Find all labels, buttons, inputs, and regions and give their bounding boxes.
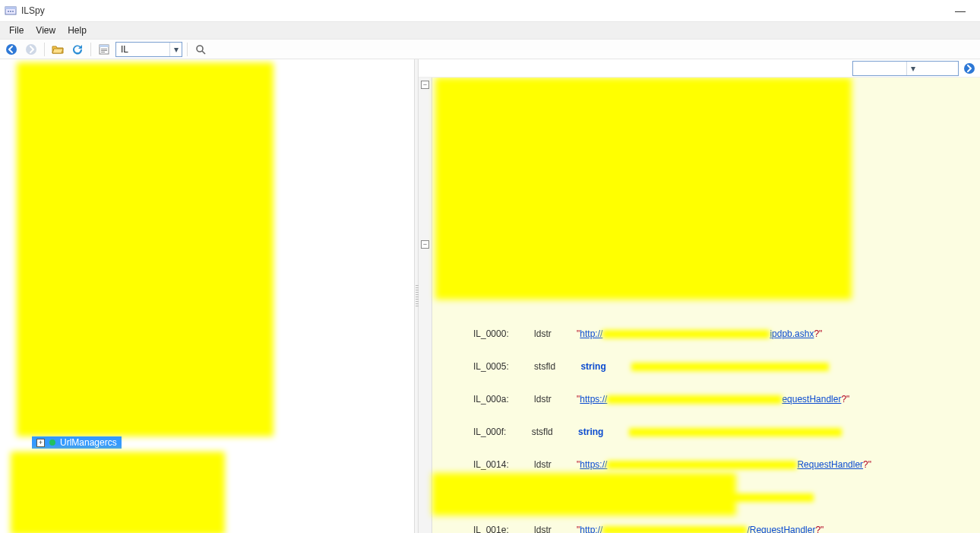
workspace: + UrlManagercs ▾ − − bbox=[0, 59, 980, 533]
svg-point-6 bbox=[26, 44, 36, 55]
il-op: ldstr bbox=[534, 459, 552, 471]
search-button[interactable] bbox=[192, 41, 209, 58]
redacted-region bbox=[11, 452, 225, 533]
redacted-region bbox=[432, 473, 736, 516]
dot-icon bbox=[49, 439, 55, 446]
svg-point-2 bbox=[8, 11, 9, 12]
il-addr: IL_0000: bbox=[473, 328, 509, 340]
svg-line-13 bbox=[202, 51, 205, 54]
menu-view[interactable]: View bbox=[30, 25, 62, 36]
il-quote: ?" bbox=[814, 328, 822, 340]
code-pane: ▾ − − IL_0000: ldstr "http://ipdpb.ashx?… bbox=[419, 59, 980, 533]
il-url[interactable]: https:// bbox=[580, 394, 607, 405]
tree-selected-row[interactable]: + UrlManagercs bbox=[32, 436, 122, 449]
svg-point-3 bbox=[10, 11, 11, 12]
svg-rect-8 bbox=[100, 45, 109, 47]
app-icon bbox=[5, 5, 17, 17]
window-title: ILSpy bbox=[21, 5, 45, 16]
toolbar-separator bbox=[90, 43, 91, 56]
il-op: ldstr bbox=[534, 328, 552, 340]
menu-bar: File View Help bbox=[0, 21, 980, 40]
il-addr: IL_0014: bbox=[473, 459, 509, 471]
il-url[interactable]: equestHandler bbox=[782, 394, 841, 405]
redacted-inline bbox=[607, 461, 797, 469]
properties-button[interactable] bbox=[96, 41, 112, 58]
toolbar-separator bbox=[44, 43, 45, 56]
il-url[interactable]: RequestHandler bbox=[797, 459, 863, 471]
language-combo-text: IL bbox=[116, 44, 169, 55]
language-combo[interactable]: IL ▾ bbox=[115, 42, 182, 57]
svg-rect-10 bbox=[101, 50, 107, 51]
il-url[interactable]: /RequestHandler bbox=[747, 525, 815, 533]
redacted-inline bbox=[631, 363, 829, 371]
il-addr: IL_000a: bbox=[473, 394, 509, 405]
title-bar: ILSpy — bbox=[0, 0, 980, 21]
il-line: IL_000a: ldstr "https://equestHandler?" bbox=[449, 394, 890, 405]
code-gutter: − − bbox=[419, 78, 432, 533]
refresh-button[interactable] bbox=[69, 41, 86, 58]
il-quote: ?" bbox=[863, 459, 871, 471]
il-addr: IL_0005: bbox=[473, 361, 509, 373]
nav-back-button[interactable] bbox=[3, 41, 20, 58]
tree-pane[interactable]: + UrlManagercs bbox=[0, 59, 414, 533]
redacted-region bbox=[17, 62, 273, 436]
menu-file[interactable]: File bbox=[3, 25, 30, 36]
il-op: ldstr bbox=[534, 525, 552, 533]
fold-icon[interactable]: − bbox=[421, 81, 429, 89]
redacted-inline bbox=[602, 526, 747, 533]
svg-point-5 bbox=[6, 44, 17, 55]
chevron-down-icon: ▾ bbox=[169, 43, 182, 56]
il-addr: IL_001e: bbox=[473, 525, 509, 533]
redacted-inline bbox=[629, 428, 842, 436]
svg-rect-1 bbox=[5, 7, 16, 9]
il-op: ldstr bbox=[534, 394, 552, 405]
fold-icon[interactable]: − bbox=[421, 240, 429, 249]
open-button[interactable] bbox=[49, 41, 66, 58]
svg-rect-11 bbox=[101, 52, 105, 52]
type-combo[interactable]: ▾ bbox=[852, 61, 959, 76]
code-area[interactable]: − − IL_0000: ldstr "http://ipdpb.ashx?" … bbox=[419, 78, 980, 533]
il-keyword: string bbox=[580, 361, 605, 373]
chevron-down-icon: ▾ bbox=[906, 62, 918, 75]
il-keyword: string bbox=[578, 427, 603, 438]
menu-help[interactable]: Help bbox=[62, 25, 93, 36]
svg-point-4 bbox=[12, 11, 14, 12]
il-url[interactable]: http:// bbox=[580, 328, 602, 340]
redacted-inline bbox=[607, 395, 782, 404]
il-line: IL_0014: ldstr "https://RequestHandler?" bbox=[449, 459, 890, 471]
il-quote: ?" bbox=[815, 525, 824, 533]
svg-rect-9 bbox=[101, 49, 107, 49]
redacted-region bbox=[435, 78, 852, 300]
go-button[interactable] bbox=[962, 61, 977, 76]
redacted-inline bbox=[602, 330, 770, 338]
svg-point-14 bbox=[964, 63, 975, 74]
il-url[interactable]: ipdpb.ashx bbox=[770, 328, 814, 340]
il-addr: IL_000f: bbox=[473, 427, 506, 438]
il-op: stsfld bbox=[532, 427, 553, 438]
il-op: stsfld bbox=[534, 361, 555, 373]
il-line: IL_000f: stsfld string bbox=[449, 427, 890, 438]
right-toolbar: ▾ bbox=[419, 59, 980, 78]
minimize-button[interactable]: — bbox=[945, 5, 975, 17]
il-url[interactable]: https:// bbox=[580, 459, 607, 471]
expand-icon[interactable]: + bbox=[36, 439, 45, 447]
tree-item-label: UrlManagercs bbox=[60, 437, 117, 448]
svg-point-12 bbox=[197, 46, 203, 52]
il-quote: ?" bbox=[841, 394, 849, 405]
il-line: IL_0005: stsfld string bbox=[449, 361, 890, 373]
il-line: IL_0000: ldstr "http://ipdpb.ashx?" bbox=[449, 328, 890, 340]
il-line: IL_001e: ldstr "http:///RequestHandler?" bbox=[449, 525, 890, 533]
toolbar: IL ▾ bbox=[0, 40, 980, 59]
toolbar-separator bbox=[187, 43, 188, 56]
nav-forward-button[interactable] bbox=[23, 41, 40, 58]
il-url[interactable]: http:// bbox=[580, 525, 602, 533]
